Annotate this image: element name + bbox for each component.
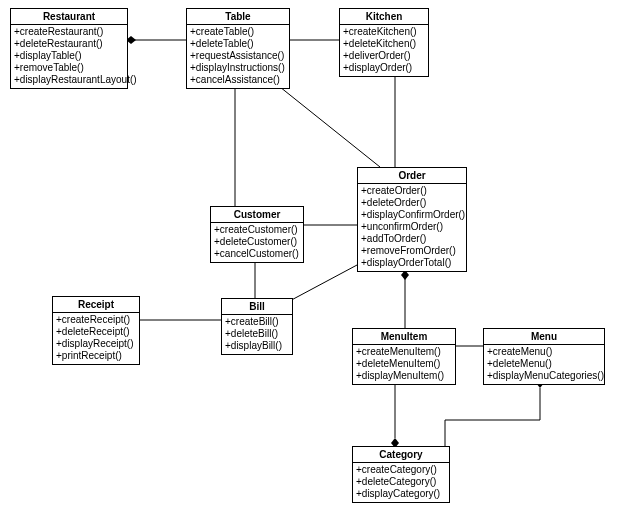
class-methods: +createCategory() +deleteCategory() +dis…: [353, 463, 449, 502]
class-title: Table: [187, 9, 289, 25]
class-title: Customer: [211, 207, 303, 223]
class-methods: +createCustomer() +deleteCustomer() +can…: [211, 223, 303, 262]
method: +removeFromOrder(): [361, 245, 463, 257]
method: +displayOrder(): [343, 62, 425, 74]
method: +displayOrderTotal(): [361, 257, 463, 269]
method: +removeTable(): [14, 62, 124, 74]
class-title: Order: [358, 168, 466, 184]
method: +deleteCustomer(): [214, 236, 300, 248]
method: +deleteRestaurant(): [14, 38, 124, 50]
svg-line-9: [284, 265, 357, 304]
method: +createKitchen(): [343, 26, 425, 38]
method: +deleteCategory(): [356, 476, 446, 488]
method: +deleteBill(): [225, 328, 289, 340]
class-order: Order +createOrder() +deleteOrder() +dis…: [357, 167, 467, 272]
method: +displayMenuCategories(): [487, 370, 601, 382]
method: +requestAssistance(): [190, 50, 286, 62]
class-menuitem: MenuItem +createMenuItem() +deleteMenuIt…: [352, 328, 456, 385]
class-customer: Customer +createCustomer() +deleteCustom…: [210, 206, 304, 263]
class-title: Menu: [484, 329, 604, 345]
class-title: Category: [353, 447, 449, 463]
method: +deleteMenuItem(): [356, 358, 452, 370]
method: +addToOrder(): [361, 233, 463, 245]
method: +displayInstructions(): [190, 62, 286, 74]
class-bill: Bill +createBill() +deleteBill() +displa…: [221, 298, 293, 355]
method: +deliverOrder(): [343, 50, 425, 62]
class-methods: +createReceipt() +deleteReceipt() +displ…: [53, 313, 139, 364]
class-category: Category +createCategory() +deleteCatego…: [352, 446, 450, 503]
class-title: Receipt: [53, 297, 139, 313]
class-menu: Menu +createMenu() +deleteMenu() +displa…: [483, 328, 605, 385]
method: +createMenu(): [487, 346, 601, 358]
method: +deleteReceipt(): [56, 326, 136, 338]
method: +displayConfirmOrder(): [361, 209, 463, 221]
class-receipt: Receipt +createReceipt() +deleteReceipt(…: [52, 296, 140, 365]
class-restaurant: Restaurant +createRestaurant() +deleteRe…: [10, 8, 128, 89]
method: +displayBill(): [225, 340, 289, 352]
method: +displayTable(): [14, 50, 124, 62]
method: +displayRestaurantLayout(): [14, 74, 124, 86]
class-methods: +createMenu() +deleteMenu() +displayMenu…: [484, 345, 604, 384]
method: +createMenuItem(): [356, 346, 452, 358]
method: +displayCategory(): [356, 488, 446, 500]
class-title: MenuItem: [353, 329, 455, 345]
method: +createOrder(): [361, 185, 463, 197]
method: +createCustomer(): [214, 224, 300, 236]
method: +deleteOrder(): [361, 197, 463, 209]
class-methods: +createOrder() +deleteOrder() +displayCo…: [358, 184, 466, 271]
method: +createCategory(): [356, 464, 446, 476]
method: +cancelCustomer(): [214, 248, 300, 260]
method: +cancelAssistance(): [190, 74, 286, 86]
svg-line-4: [275, 83, 380, 167]
class-methods: +createBill() +deleteBill() +displayBill…: [222, 315, 292, 354]
class-methods: +createTable() +deleteTable() +requestAs…: [187, 25, 289, 88]
method: +deleteMenu(): [487, 358, 601, 370]
method: +printReceipt(): [56, 350, 136, 362]
class-methods: +createMenuItem() +deleteMenuItem() +dis…: [353, 345, 455, 384]
method: +createReceipt(): [56, 314, 136, 326]
method: +deleteKitchen(): [343, 38, 425, 50]
class-methods: +createRestaurant() +deleteRestaurant() …: [11, 25, 127, 88]
method: +createBill(): [225, 316, 289, 328]
method: +deleteTable(): [190, 38, 286, 50]
class-table: Table +createTable() +deleteTable() +req…: [186, 8, 290, 89]
method: +createRestaurant(): [14, 26, 124, 38]
class-title: Restaurant: [11, 9, 127, 25]
method: +displayMenuItem(): [356, 370, 452, 382]
class-methods: +createKitchen() +deleteKitchen() +deliv…: [340, 25, 428, 76]
class-title: Kitchen: [340, 9, 428, 25]
class-title: Bill: [222, 299, 292, 315]
method: +unconfirmOrder(): [361, 221, 463, 233]
method: +createTable(): [190, 26, 286, 38]
method: +displayReceipt(): [56, 338, 136, 350]
class-kitchen: Kitchen +createKitchen() +deleteKitchen(…: [339, 8, 429, 77]
